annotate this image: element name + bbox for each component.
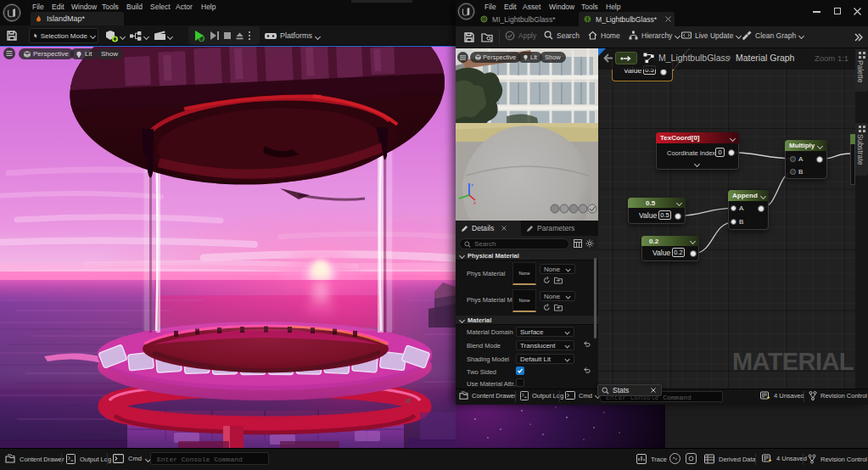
svg-text:z: z (471, 182, 473, 187)
svg-text:1.0: 1.0 (199, 37, 204, 41)
svg-text:x: x (473, 200, 476, 205)
